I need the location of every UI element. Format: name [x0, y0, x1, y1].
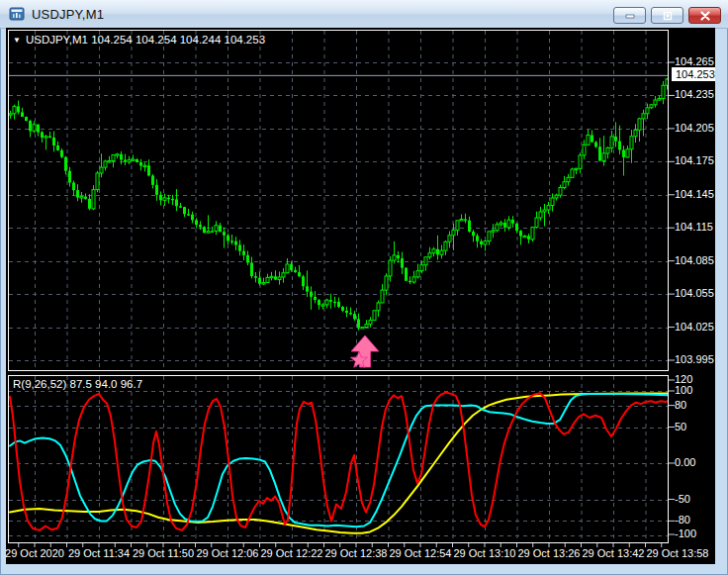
candle-down — [594, 143, 597, 147]
indicator-grid — [9, 376, 668, 542]
candle-down — [337, 302, 340, 307]
candle-down — [76, 190, 79, 197]
candle-up — [207, 232, 210, 234]
chart-window-icon — [9, 6, 25, 22]
main-chart-pane[interactable]: ▼USDJPY,M1 104.254 104.254 104.244 104.2… — [8, 30, 669, 371]
chart-dropdown-icon[interactable]: ▼ — [13, 36, 21, 45]
price-axis-label: 104.235 — [675, 88, 714, 100]
candle-up — [571, 169, 574, 177]
candle-up — [551, 198, 554, 206]
candle-up — [484, 241, 487, 244]
candle-down — [341, 307, 344, 311]
indicator-pane[interactable]: R(9,26,52) 87.5 94.0 96.7 — [8, 375, 669, 543]
candle-up — [575, 168, 578, 169]
price-axis-label: 104.055 — [675, 287, 714, 299]
candle-up — [286, 264, 289, 273]
candle-up — [381, 290, 384, 303]
candle-down — [151, 175, 154, 184]
candle-up — [583, 144, 586, 155]
candle-up — [9, 114, 12, 115]
candle-down — [195, 220, 198, 225]
candle-up — [535, 218, 538, 228]
candle-down — [17, 106, 20, 112]
candle-up — [420, 265, 423, 271]
candle-up — [567, 177, 570, 181]
candle-down — [436, 249, 439, 255]
candle-up — [662, 85, 665, 98]
candle-up — [456, 221, 459, 231]
candle-down — [511, 220, 514, 224]
candle-down — [72, 183, 75, 191]
candle-down — [310, 292, 313, 297]
candle-down — [37, 125, 40, 133]
current-price-tag: 104.253 — [672, 67, 715, 81]
candle-up — [428, 253, 431, 257]
window-titlebar[interactable]: USDJPY,M1 — [0, 0, 728, 29]
candle-up — [638, 119, 641, 130]
candle-up — [654, 100, 657, 105]
price-axis-label: 104.145 — [675, 188, 714, 200]
candle-down — [345, 311, 348, 313]
price-axis-label: 103.995 — [675, 353, 714, 365]
candle-up — [80, 197, 83, 198]
close-button[interactable] — [688, 7, 721, 24]
price-axis-label: 104.115 — [675, 221, 713, 233]
minimize-button[interactable] — [613, 7, 646, 24]
candle-down — [88, 199, 91, 209]
candle-up — [646, 108, 649, 114]
candle-down — [64, 157, 67, 171]
candle-down — [199, 225, 202, 227]
candle-up — [424, 257, 427, 265]
candle-down — [223, 232, 226, 236]
candle-down — [171, 199, 174, 200]
candle-up — [531, 228, 534, 240]
mt4-chart-window: USDJPY,M1 ▼USDJPY,M1 104.254 104.254 104… — [0, 0, 728, 575]
candle-up — [642, 114, 645, 119]
indicator-axis-label: -50 — [675, 493, 690, 505]
candle-down — [405, 268, 408, 281]
candle-down — [527, 236, 530, 239]
buy-signal-arrow-icon — [350, 335, 379, 367]
candle-up — [385, 276, 388, 290]
candle-down — [60, 150, 63, 157]
candle-up — [377, 303, 380, 311]
candle-down — [290, 264, 293, 270]
candle-down — [353, 314, 356, 319]
candle-up — [412, 277, 415, 282]
candle-down — [238, 244, 241, 250]
candle-down — [29, 121, 32, 131]
candle-down — [219, 226, 222, 232]
candle-up — [666, 79, 668, 85]
candle-up — [630, 137, 633, 149]
indicator-axis-label: 50 — [675, 421, 686, 432]
wpr-line-R52 — [10, 393, 668, 532]
candle-down — [464, 219, 467, 220]
candle-up — [100, 167, 103, 173]
candle-up — [650, 105, 653, 108]
candle-down — [175, 199, 178, 206]
candle-up — [262, 283, 265, 284]
candle-up — [563, 182, 566, 188]
candle-down — [480, 241, 483, 244]
candle-up — [507, 220, 510, 228]
candle-down — [618, 142, 621, 150]
candle-up — [488, 232, 491, 241]
indicator-axis-label: 0.00 — [675, 456, 695, 468]
candle-down — [234, 241, 237, 245]
minimize-icon — [624, 12, 636, 20]
candle-up — [215, 226, 218, 232]
candle-down — [203, 227, 206, 233]
candle-up — [500, 223, 502, 225]
restore-button[interactable] — [651, 7, 683, 24]
candle-up — [610, 137, 613, 147]
candle-down — [314, 297, 317, 300]
candle-down — [258, 278, 261, 284]
candle-down — [294, 270, 297, 272]
candle-up — [132, 159, 135, 160]
candle-down — [519, 231, 522, 236]
candle-down — [274, 276, 277, 279]
window-controls — [613, 7, 721, 24]
candle-up — [579, 155, 582, 168]
candle-up — [13, 106, 16, 113]
candle-up — [452, 230, 455, 235]
